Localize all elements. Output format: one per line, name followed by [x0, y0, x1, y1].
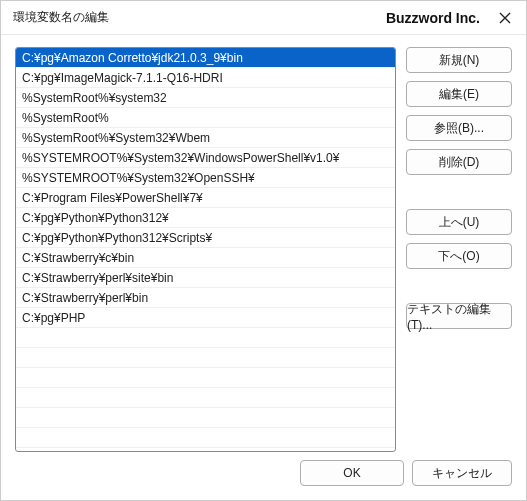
- close-icon[interactable]: [494, 7, 516, 29]
- list-item[interactable]: C:¥Strawberry¥c¥bin: [16, 248, 395, 268]
- list-item-empty[interactable]: [16, 328, 395, 348]
- list-item[interactable]: %SYSTEMROOT%¥System32¥WindowsPowerShell¥…: [16, 148, 395, 168]
- dialog-footer: OK キャンセル: [1, 456, 526, 500]
- list-item[interactable]: C:¥Strawberry¥perl¥bin: [16, 288, 395, 308]
- new-button[interactable]: 新規(N): [406, 47, 512, 73]
- list-item[interactable]: C:¥Strawberry¥perl¥site¥bin: [16, 268, 395, 288]
- list-item-empty[interactable]: [16, 428, 395, 448]
- dialog-body: C:¥pg¥Amazon Corretto¥jdk21.0.3_9¥binC:¥…: [1, 35, 526, 456]
- list-item[interactable]: %SYSTEMROOT%¥System32¥OpenSSH¥: [16, 168, 395, 188]
- delete-button[interactable]: 削除(D): [406, 149, 512, 175]
- list-item[interactable]: %SystemRoot%: [16, 108, 395, 128]
- list-item[interactable]: C:¥pg¥Python¥Python312¥: [16, 208, 395, 228]
- ok-button[interactable]: OK: [300, 460, 404, 486]
- titlebar: 環境変数名の編集 Buzzword Inc.: [1, 1, 526, 35]
- browse-button[interactable]: 参照(B)...: [406, 115, 512, 141]
- window-title: 環境変数名の編集: [13, 9, 109, 26]
- edit-text-button[interactable]: テキストの編集(T)...: [406, 303, 512, 329]
- side-button-column: 新規(N) 編集(E) 参照(B)... 削除(D) 上へ(U) 下へ(O) テ…: [406, 47, 512, 452]
- list-item-empty[interactable]: [16, 408, 395, 428]
- list-item[interactable]: %SystemRoot%¥system32: [16, 88, 395, 108]
- move-up-button[interactable]: 上へ(U): [406, 209, 512, 235]
- list-item[interactable]: %SystemRoot%¥System32¥Wbem: [16, 128, 395, 148]
- list-item[interactable]: C:¥pg¥Amazon Corretto¥jdk21.0.3_9¥bin: [16, 48, 395, 68]
- list-item-empty[interactable]: [16, 368, 395, 388]
- list-item[interactable]: C:¥pg¥Python¥Python312¥Scripts¥: [16, 228, 395, 248]
- list-item[interactable]: C:¥Program Files¥PowerShell¥7¥: [16, 188, 395, 208]
- list-item[interactable]: C:¥pg¥PHP: [16, 308, 395, 328]
- path-listbox[interactable]: C:¥pg¥Amazon Corretto¥jdk21.0.3_9¥binC:¥…: [15, 47, 396, 452]
- list-item-empty[interactable]: [16, 348, 395, 368]
- brand-label: Buzzword Inc.: [386, 10, 480, 26]
- list-item-empty[interactable]: [16, 388, 395, 408]
- edit-button[interactable]: 編集(E): [406, 81, 512, 107]
- cancel-button[interactable]: キャンセル: [412, 460, 512, 486]
- move-down-button[interactable]: 下へ(O): [406, 243, 512, 269]
- dialog-window: 環境変数名の編集 Buzzword Inc. C:¥pg¥Amazon Corr…: [0, 0, 527, 501]
- list-item[interactable]: C:¥pg¥ImageMagick-7.1.1-Q16-HDRI: [16, 68, 395, 88]
